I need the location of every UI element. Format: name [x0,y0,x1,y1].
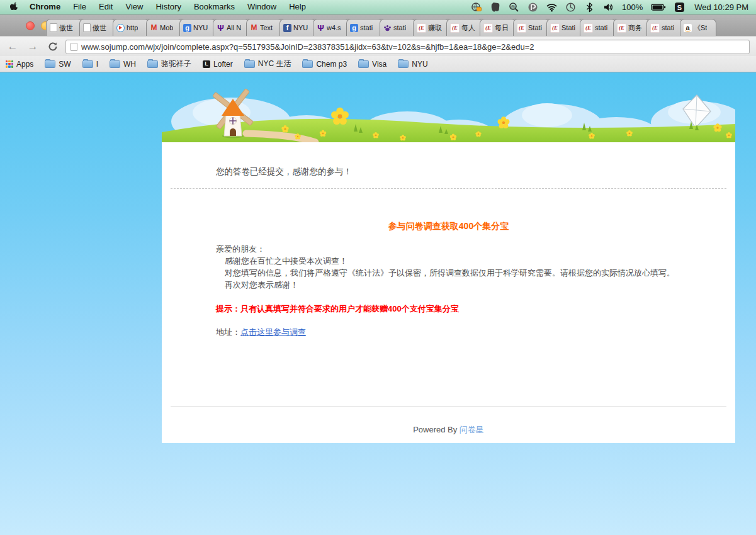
brand-link[interactable]: 问卷星 [460,425,484,434]
e-forum-favicon [584,23,593,33]
reload-button[interactable] [45,39,60,54]
tab[interactable]: MMob [146,19,183,36]
tab-strip: 傲世 傲世 http MMob gNYU ΨAll N MText fNYU Ψ… [0,14,756,36]
bookmark-label: I [96,60,98,69]
bookmark-lofter[interactable]: LLofter [197,56,239,72]
menu-item-chrome[interactable]: Chrome [23,0,67,14]
tab-label: Text [260,24,273,31]
bookmarks-bar: Apps SW I WH 骆驼祥子 LLofter NYC 生活 Chem p3… [0,56,756,72]
tab-label: http [127,24,138,31]
bookmark-label: NYU [412,60,427,69]
forward-button[interactable]: → [25,39,40,54]
tab-label: 《St [694,23,707,33]
tab[interactable]: fNYU [279,19,316,36]
tab[interactable]: 傲世 [46,19,82,36]
tab[interactable]: Ψw4.s [313,19,349,36]
tab[interactable]: stati [380,19,416,36]
content-card: 您的答卷已经提交，感谢您的参与！ 参与问卷调查获取400个集分宝 亲爱的朋友： … [162,142,735,443]
url-text[interactable]: www.sojump.com/wjx/join/complete.aspx?q=… [81,42,534,52]
bluetooth-icon[interactable] [584,2,595,13]
volume-icon[interactable] [603,2,614,13]
bookmark-folder[interactable]: 骆驼祥子 [142,56,197,72]
e-forum-favicon [517,23,526,33]
svg-text:@: @ [511,4,515,9]
play-favicon [116,24,125,32]
tab[interactable]: 赚取 [413,19,449,36]
menu-clock[interactable]: Wed 10:29 PM [694,3,748,12]
folder-icon [110,60,120,68]
header-illustration [162,72,735,142]
s-app-icon[interactable]: S [674,2,685,13]
menu-item-file[interactable]: File [67,0,93,14]
browser-toolbar: ← → www.sojump.com/wjx/join/complete.asp… [0,36,756,57]
battery-percentage: 100% [622,3,643,12]
para-line: 再次对您表示感谢！ [216,279,675,291]
promo-heading: 参与问卷调查获取400个集分宝 [162,221,735,232]
tab-list: 傲世 傲世 http MMob gNYU ΨAll N MText fNYU Ψ… [46,19,713,36]
tab[interactable]: a《St [680,19,716,36]
menu-item-view[interactable]: View [119,0,149,14]
e-forum-favicon [617,23,626,33]
bookmark-folder[interactable]: SW [39,56,76,72]
e-forum-favicon [417,23,426,33]
url-bar[interactable]: www.sojump.com/wjx/join/complete.aspx?q=… [65,40,750,54]
bookmark-folder[interactable]: NYC 生活 [239,56,297,72]
dashed-divider [171,188,726,189]
tab-label: NYU [293,24,308,31]
menu-bar: Chrome File Edit View History Bookmarks … [0,0,756,14]
folder-icon [358,60,369,68]
footer-divider [171,406,726,407]
bookmark-folder[interactable]: WH [104,56,142,72]
back-button[interactable]: ← [5,39,20,54]
menu-item-edit[interactable]: Edit [93,0,119,14]
tab-label: 傲世 [59,23,73,33]
tab[interactable]: 商务 [613,19,650,36]
survey-link[interactable]: 点击这里参与调查 [240,327,306,337]
globe-lock-icon[interactable] [471,2,482,13]
tab-label: 每日 [495,23,509,33]
tab[interactable]: Stati [546,19,583,36]
close-window-button[interactable] [26,21,35,30]
gmail-favicon: M [250,24,258,32]
evernote-icon[interactable] [490,2,500,13]
bookmark-label: Lofter [213,60,233,69]
bookmark-label: Apps [16,60,33,69]
menu-item-help[interactable]: Help [283,0,312,14]
address-line: 地址：点击这里参与调查 [216,327,306,338]
bookmark-label: Visa [372,60,386,69]
submitted-message: 您的答卷已经提交，感谢您的参与！ [216,166,352,177]
tab-label: All N [227,24,241,31]
tab[interactable]: stati [580,19,616,36]
tab[interactable]: gNYU [179,19,216,36]
tab[interactable]: gstati [346,19,383,36]
battery-icon[interactable] [651,2,666,13]
tab-label: stati [662,24,674,31]
bookmark-folder[interactable]: Chem p3 [296,56,353,72]
svg-text:S: S [677,3,682,11]
wifi-icon[interactable] [546,2,557,13]
time-machine-icon[interactable] [565,2,576,13]
tab-label: stati [360,24,373,31]
tab[interactable]: ΨAll N [213,19,249,36]
bookmark-folder[interactable]: Visa [353,56,392,72]
menu-item-window[interactable]: Window [241,0,283,14]
tab-label: stati [595,24,607,31]
tab[interactable]: http [113,19,149,36]
address-label: 地址： [216,327,240,337]
bookmark-folder[interactable]: I [77,56,104,72]
tab[interactable]: MText [246,19,283,36]
tab[interactable]: 傲世 [79,19,116,36]
tab[interactable]: Stati [513,19,550,36]
bookmark-folder[interactable]: NYU [392,56,433,72]
apps-button[interactable]: Apps [0,56,39,72]
tab[interactable]: 每人 [446,19,483,36]
menu-item-bookmarks[interactable]: Bookmarks [188,0,241,14]
tab[interactable]: 每日 [480,19,516,36]
e-forum-favicon [550,23,560,33]
folder-icon [244,60,255,68]
tab[interactable]: stati [646,19,683,36]
menu-item-history[interactable]: History [149,0,187,14]
p-badge-icon[interactable] [528,2,538,13]
apple-icon[interactable] [10,3,18,12]
search-at-icon[interactable]: @ [509,2,519,13]
